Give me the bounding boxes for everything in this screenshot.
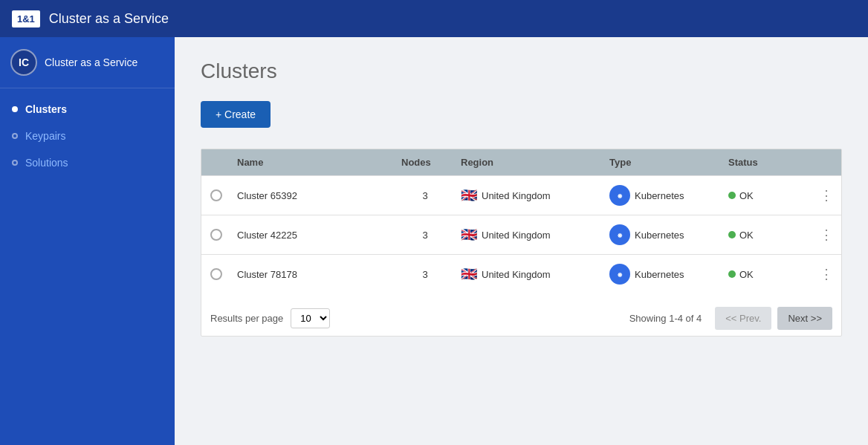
pagination-right: Showing 1-4 of 4 << Prev. Next >>: [629, 307, 832, 330]
sidebar: IC Cluster as a Service Clusters Keypair…: [0, 37, 175, 445]
sidebar-brand: IC Cluster as a Service: [0, 37, 175, 88]
per-page-select[interactable]: 10 25 50: [291, 308, 330, 328]
row-nodes-2: 3: [395, 230, 455, 241]
create-button[interactable]: + Create: [201, 101, 271, 128]
main-content: Clusters + Create Name Nodes Region Type…: [175, 37, 868, 445]
flag-icon-3: 🇬🇧: [461, 266, 477, 282]
next-button[interactable]: Next >>: [777, 307, 832, 330]
row-select-3[interactable]: [201, 268, 231, 280]
app-title: Cluster as a Service: [49, 11, 169, 27]
showing-text: Showing 1-4 of 4: [629, 313, 702, 324]
type-text-3: Kubernetes: [635, 269, 684, 280]
th-select: [201, 157, 231, 168]
table-row: Cluster 65392 3 🇬🇧 United Kingdom ⎈ Kube…: [201, 175, 841, 215]
per-page-section: Results per page 10 25 50: [210, 308, 330, 328]
avatar: IC: [10, 49, 37, 76]
kubernetes-icon-3: ⎈: [609, 264, 630, 285]
row-status-2: OK: [722, 230, 812, 241]
status-text-1: OK: [739, 190, 754, 201]
sidebar-brand-label: Cluster as a Service: [45, 56, 137, 68]
row-type-3: ⎈ Kubernetes: [603, 264, 722, 285]
radio-2[interactable]: [210, 229, 222, 241]
page-title: Clusters: [201, 59, 842, 83]
sidebar-label-clusters: Clusters: [25, 103, 67, 115]
status-dot-2: [728, 231, 736, 238]
table-row: Cluster 78178 3 🇬🇧 United Kingdom ⎈ Kube…: [201, 254, 841, 293]
row-region-3: 🇬🇧 United Kingdom: [455, 266, 603, 282]
row-name-3: Cluster 78178: [231, 269, 395, 280]
status-dot-1: [728, 192, 736, 199]
sidebar-item-keypairs[interactable]: Keypairs: [0, 123, 175, 149]
sidebar-label-solutions: Solutions: [25, 157, 68, 169]
kubernetes-icon-1: ⎈: [609, 185, 630, 206]
type-text-1: Kubernetes: [635, 190, 684, 201]
clusters-table: Name Nodes Region Type Status Cluster 65…: [201, 149, 842, 337]
status-text-3: OK: [739, 269, 754, 280]
table-row: Cluster 42225 3 🇬🇧 United Kingdom ⎈ Kube…: [201, 215, 841, 254]
logo: 1&1: [12, 10, 40, 27]
flag-icon-2: 🇬🇧: [461, 227, 477, 243]
region-text-3: United Kingdom: [482, 269, 551, 280]
th-actions: [812, 157, 841, 168]
flag-icon-1: 🇬🇧: [461, 187, 477, 204]
sidebar-item-clusters[interactable]: Clusters: [0, 96, 175, 123]
row-select-1[interactable]: [201, 189, 231, 201]
region-text-2: United Kingdom: [482, 230, 551, 241]
radio-1[interactable]: [210, 189, 222, 201]
row-region-2: 🇬🇧 United Kingdom: [455, 227, 603, 243]
kubernetes-icon-2: ⎈: [609, 224, 630, 245]
th-region: Region: [455, 157, 603, 168]
pagination-bar: Results per page 10 25 50 Showing 1-4 of…: [201, 293, 841, 336]
table-header: Name Nodes Region Type Status: [201, 149, 841, 175]
nav-dot-solutions: [12, 160, 18, 166]
radio-3[interactable]: [210, 268, 222, 280]
type-text-2: Kubernetes: [635, 230, 684, 241]
row-nodes-1: 3: [395, 190, 455, 201]
row-menu-3[interactable]: ⋮: [812, 266, 841, 282]
row-status-3: OK: [722, 269, 812, 280]
row-name-2: Cluster 42225: [231, 230, 395, 241]
per-page-label: Results per page: [210, 313, 283, 324]
status-dot-3: [728, 270, 736, 278]
sidebar-nav: Clusters Keypairs Solutions: [0, 88, 175, 183]
th-status: Status: [722, 157, 812, 168]
row-nodes-3: 3: [395, 269, 455, 280]
top-header: 1&1 Cluster as a Service: [0, 0, 868, 37]
status-text-2: OK: [739, 230, 754, 241]
nav-dot-clusters: [12, 106, 18, 112]
row-region-1: 🇬🇧 United Kingdom: [455, 187, 603, 204]
layout: IC Cluster as a Service Clusters Keypair…: [0, 37, 868, 445]
th-type: Type: [603, 157, 722, 168]
row-name-1: Cluster 65392: [231, 190, 395, 201]
row-menu-2[interactable]: ⋮: [812, 227, 841, 243]
sidebar-item-solutions[interactable]: Solutions: [0, 149, 175, 176]
th-name: Name: [231, 157, 395, 168]
th-nodes: Nodes: [395, 157, 455, 168]
row-type-1: ⎈ Kubernetes: [603, 185, 722, 206]
row-select-2[interactable]: [201, 229, 231, 241]
prev-button[interactable]: << Prev.: [715, 307, 771, 330]
row-menu-1[interactable]: ⋮: [812, 187, 841, 204]
row-status-1: OK: [722, 190, 812, 201]
sidebar-label-keypairs: Keypairs: [25, 130, 65, 142]
region-text-1: United Kingdom: [482, 190, 551, 201]
nav-dot-keypairs: [12, 133, 18, 139]
row-type-2: ⎈ Kubernetes: [603, 224, 722, 245]
